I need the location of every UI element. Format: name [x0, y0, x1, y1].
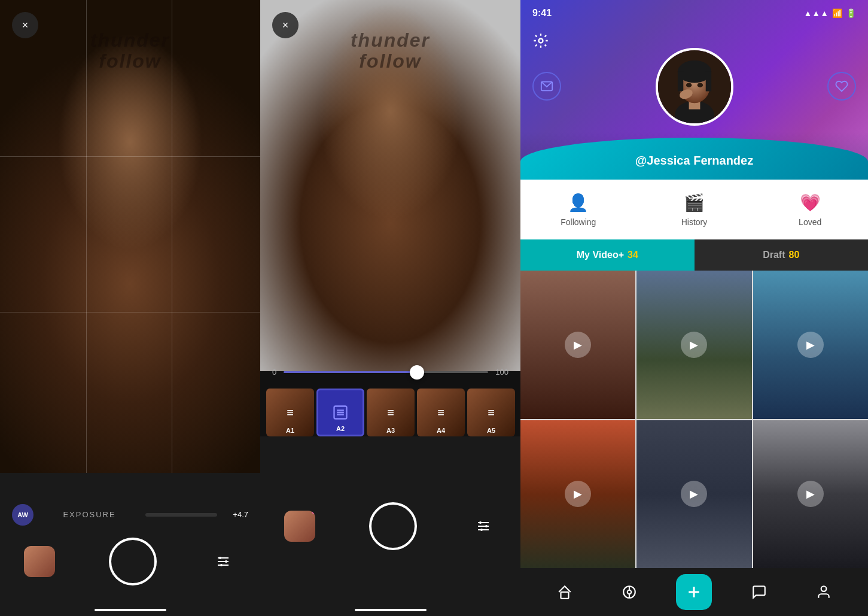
film-label-a1: A1 [286, 427, 294, 434]
tab-draft-label: Draft [763, 250, 785, 260]
signal-icon: ▲▲▲ [803, 8, 829, 18]
favorite-button[interactable] [827, 72, 856, 101]
stat-loved[interactable]: 💗 Loved [752, 180, 868, 239]
left-thumbnail[interactable] [24, 546, 55, 577]
film-item-a2[interactable]: A2 [316, 389, 364, 436]
exposure-label: EXPOSURE [41, 510, 138, 519]
nav-explore[interactable] [611, 574, 647, 610]
avatar-image [658, 50, 731, 123]
video-cell-3[interactable]: ▶ [753, 271, 868, 419]
left-bottom-controls: AW EXPOSURE +4.7 [0, 473, 260, 616]
pink-dot [312, 511, 315, 514]
film-label-a3: A3 [386, 427, 395, 434]
left-settings-icon[interactable] [210, 548, 236, 575]
nav-profile[interactable] [806, 574, 842, 610]
film-item-a5[interactable]: ≡ A5 [467, 389, 515, 436]
following-label: Following [561, 217, 596, 227]
play-icon-6[interactable]: ▶ [797, 481, 824, 507]
history-icon: 🎬 [684, 193, 705, 213]
slider-thumb[interactable] [410, 365, 424, 380]
svg-point-35 [821, 586, 827, 591]
aw-badge: AW [12, 504, 33, 526]
status-time: 9:41 [532, 8, 552, 19]
left-close-button[interactable]: × [12, 12, 38, 38]
status-bar: 9:41 ▲▲▲ 📶 🔋 [520, 0, 868, 26]
nav-home[interactable] [547, 574, 583, 610]
nav-create[interactable] [676, 574, 712, 610]
tab-draft[interactable]: Draft 80 [695, 239, 869, 271]
slider-max: 100 [495, 368, 508, 377]
film-label-a5: A5 [487, 427, 495, 434]
middle-thumbnail[interactable] [284, 511, 315, 542]
loved-icon: 💗 [800, 193, 821, 213]
svg-point-25 [686, 83, 691, 87]
svg-point-26 [697, 83, 702, 87]
middle-panel: thunderfollow × 0 100 ≡ A1 A2 [260, 0, 520, 616]
video-cell-1[interactable]: ▶ [520, 271, 635, 419]
left-home-indicator [95, 609, 166, 611]
slider-section: 0 100 [260, 362, 520, 383]
film-item-a4[interactable]: ≡ A4 [417, 389, 465, 436]
middle-home-indicator [355, 609, 427, 611]
middle-background: thunderfollow × [260, 0, 520, 371]
svg-point-16 [539, 39, 543, 43]
stats-row: 👤 Following 🎬 History 💗 Loved [520, 180, 868, 239]
svg-point-4 [225, 560, 227, 563]
middle-close-button[interactable]: × [272, 12, 299, 38]
svg-rect-23 [677, 72, 683, 92]
left-panel: thunderfollow × AW EXPOSURE +4.7 [0, 0, 260, 616]
wifi-icon: 📶 [832, 8, 842, 18]
middle-bottom-controls [260, 436, 520, 616]
svg-rect-24 [705, 72, 711, 92]
tab-my-video-label: My Video+ [577, 250, 624, 260]
loved-label: Loved [799, 217, 821, 227]
status-icons: ▲▲▲ 📶 🔋 [803, 8, 856, 18]
tab-my-video-count: 34 [628, 250, 638, 260]
video-cell-6[interactable]: ▶ [753, 420, 868, 569]
nav-messages[interactable] [741, 574, 777, 610]
svg-point-30 [628, 590, 632, 594]
video-cell-4[interactable]: ▶ [520, 420, 635, 569]
filmstrip: ≡ A1 A2 ≡ A3 ≡ A4 ≡ A5 [260, 389, 520, 436]
left-capture-row [0, 538, 260, 585]
exposure-bar [145, 513, 217, 517]
battery-icon: 🔋 [846, 8, 856, 18]
tab-my-video[interactable]: My Video+ 34 [520, 239, 695, 271]
tattoo-hand-left [0, 0, 260, 473]
left-capture-button[interactable] [109, 538, 157, 585]
settings-gear-button[interactable] [532, 32, 549, 53]
username: @Jessica Fernandez [635, 154, 753, 168]
play-icon-4[interactable]: ▶ [565, 481, 591, 507]
left-background: thunderfollow × [0, 0, 260, 473]
play-icon-3[interactable]: ▶ [797, 332, 824, 358]
tabs-row: My Video+ 34 Draft 80 [520, 239, 868, 271]
play-icon-1[interactable]: ▶ [565, 332, 591, 358]
profile-header: 9:41 ▲▲▲ 📶 🔋 [520, 0, 868, 180]
message-button[interactable] [532, 72, 561, 101]
exposure-row: AW EXPOSURE +4.7 [0, 504, 260, 526]
stat-history[interactable]: 🎬 History [636, 180, 753, 239]
svg-point-3 [219, 557, 221, 559]
film-item-a3[interactable]: ≡ A3 [367, 389, 415, 436]
history-label: History [681, 217, 708, 227]
stat-following[interactable]: 👤 Following [520, 180, 636, 239]
slider-min: 0 [272, 368, 276, 377]
play-icon-5[interactable]: ▶ [681, 481, 707, 507]
middle-capture-row [260, 502, 520, 550]
video-cell-5[interactable]: ▶ [636, 420, 751, 569]
film-item-a1[interactable]: ≡ A1 [266, 389, 314, 436]
exposure-value: +4.7 [224, 510, 248, 519]
svg-rect-28 [561, 592, 569, 599]
middle-settings-icon[interactable] [470, 513, 497, 539]
film-label-a2: A2 [336, 425, 345, 432]
film-label-a4: A4 [437, 427, 445, 434]
right-panel: 9:41 ▲▲▲ 📶 🔋 [520, 0, 868, 616]
play-icon-2[interactable]: ▶ [681, 332, 707, 358]
middle-capture-button[interactable] [369, 502, 417, 550]
svg-point-13 [479, 521, 482, 524]
svg-point-14 [485, 525, 488, 527]
avatar-container [656, 48, 733, 126]
slider-track[interactable] [284, 371, 488, 373]
video-cell-2[interactable]: ▶ [636, 271, 751, 419]
bottom-nav [520, 568, 868, 616]
